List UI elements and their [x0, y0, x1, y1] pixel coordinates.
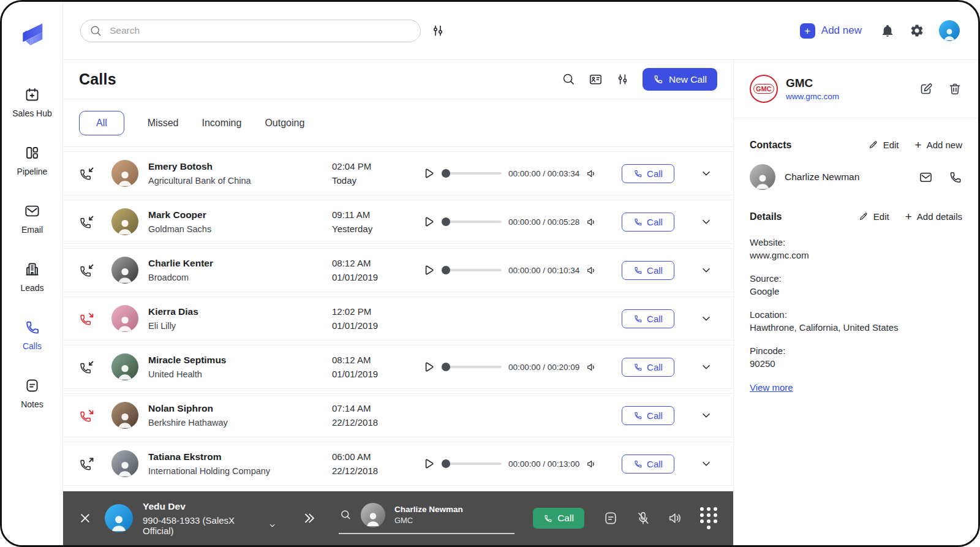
recording-player: 00:00:00 / 00:03:34	[421, 167, 616, 180]
edit-square-icon[interactable]	[919, 81, 933, 96]
chevron-down-icon[interactable]	[700, 216, 712, 228]
avatar	[111, 305, 138, 332]
tab-missed[interactable]: Missed	[148, 118, 179, 129]
sidebar-item-notes[interactable]: Notes	[21, 377, 43, 409]
details-section: Details Edit Add details Website: www.gm…	[734, 190, 978, 393]
recording-player: 00:00:00 / 00:13:00	[421, 457, 616, 470]
play-button[interactable]	[421, 263, 435, 277]
slider-knob[interactable]	[442, 459, 450, 468]
speaker-icon[interactable]	[586, 458, 598, 470]
new-call-button[interactable]: New Call	[643, 68, 717, 91]
slider-knob[interactable]	[442, 266, 450, 274]
playback-slider[interactable]	[443, 269, 502, 271]
call-button[interactable]: Call	[622, 309, 674, 328]
calls-tabs: All Missed Incoming Outgoing	[63, 99, 733, 147]
chevron-down-icon[interactable]	[700, 361, 712, 373]
chevron-down-icon[interactable]	[700, 264, 712, 276]
settings-gear-icon[interactable]	[910, 23, 924, 38]
call-row[interactable]: Kierra Dias Eli Lilly 12:02 PM 01/01/201…	[63, 296, 733, 341]
call-button[interactable]: Call	[622, 164, 674, 183]
playback-slider[interactable]	[443, 172, 502, 175]
tab-outgoing[interactable]: Outgoing	[265, 118, 304, 129]
edit-contacts-button[interactable]: Edit	[868, 140, 899, 150]
chevron-down-icon[interactable]	[700, 167, 712, 179]
edit-details-button[interactable]: Edit	[858, 211, 889, 222]
notifications-bell-icon[interactable]	[880, 23, 895, 38]
sidebar-item-leads[interactable]: Leads	[20, 261, 43, 293]
play-button[interactable]	[421, 360, 435, 374]
speaker-icon[interactable]	[586, 168, 598, 179]
chevron-down-icon[interactable]	[700, 312, 712, 325]
contact-row[interactable]: Charlize Newman	[750, 164, 962, 190]
tab-incoming[interactable]: Incoming	[202, 118, 241, 129]
play-button[interactable]	[421, 215, 435, 228]
call-row[interactable]: Emery Botosh Agricultural Bank of China …	[63, 151, 733, 195]
playback-time: 00:00:00 / 00:10:34	[508, 266, 579, 275]
speaker-icon[interactable]	[586, 265, 598, 276]
phone-icon	[633, 459, 643, 469]
pencil-icon	[858, 211, 869, 222]
trash-icon[interactable]	[948, 81, 962, 96]
app-logo[interactable]	[17, 19, 48, 51]
call-row[interactable]: Mark Cooper Goldman Sachs 09:11 AM Yeste…	[63, 200, 733, 244]
search-filter-icon[interactable]	[431, 23, 445, 38]
playback-slider[interactable]	[443, 221, 502, 223]
mic-muted-icon[interactable]	[635, 510, 651, 526]
sidebar-item-calls[interactable]: Calls	[23, 319, 42, 351]
call-row[interactable]: Miracle Septimus United Health 08:12 AM …	[63, 345, 733, 389]
call-button[interactable]: Call	[622, 261, 674, 280]
call-button[interactable]: Call	[622, 358, 674, 377]
call-row[interactable]: Charlie Kenter Broadcom 08:12 AM 01/01/2…	[63, 248, 733, 292]
chevron-down-icon[interactable]	[700, 409, 712, 421]
playback-slider[interactable]	[443, 366, 502, 368]
chevron-down-icon[interactable]	[700, 458, 712, 470]
slider-knob[interactable]	[442, 363, 450, 371]
play-button[interactable]	[421, 457, 435, 470]
slider-knob[interactable]	[442, 169, 450, 178]
slider-knob[interactable]	[442, 217, 450, 226]
caller-company: Goldman Sachs	[148, 224, 332, 234]
envelope-icon[interactable]	[919, 170, 933, 184]
search-icon[interactable]	[562, 72, 576, 86]
call-button[interactable]: Call	[622, 406, 674, 425]
caller-info: Emery Botosh Agricultural Bank of China	[148, 161, 332, 186]
speaker-icon[interactable]	[586, 361, 598, 373]
avatar	[111, 208, 138, 235]
dialpad-icon[interactable]	[700, 507, 717, 529]
add-new-button[interactable]: Add new	[796, 23, 865, 39]
play-button[interactable]	[421, 167, 435, 180]
caller-info: Mark Cooper Goldman Sachs	[148, 209, 332, 234]
double-chevron-icon[interactable]	[302, 511, 315, 525]
callee-search[interactable]: Charlize Newman GMC	[339, 503, 514, 534]
call-row[interactable]: Nolan Siphron Berkshire Hathaway 07:14 A…	[63, 393, 733, 437]
view-more-link[interactable]: View more	[750, 382, 793, 393]
speaker-icon[interactable]	[586, 216, 598, 228]
sidebar-nav: Sales Hub Pipeline Email Leads Calls Not…	[12, 86, 52, 409]
company-website-link[interactable]: www.gmc.com	[786, 92, 839, 101]
missed-call-icon	[79, 407, 96, 424]
call-button[interactable]: Call	[622, 213, 674, 232]
tab-all[interactable]: All	[79, 111, 124, 135]
caller-company: Broadcom	[148, 273, 332, 282]
detail-field-source: Source: Google	[750, 272, 962, 298]
agent-line-selector[interactable]: 990-458-1933 (SalesX Official)	[143, 515, 276, 536]
filter-sliders-icon[interactable]	[616, 72, 630, 86]
speaker-icon[interactable]	[668, 510, 684, 526]
phone-icon[interactable]	[948, 170, 962, 184]
caller-info: Tatiana Ekstrom International Holding Co…	[148, 451, 332, 476]
sidebar-item-pipeline[interactable]: Pipeline	[17, 145, 48, 176]
playback-slider[interactable]	[443, 462, 502, 465]
sidebar-item-sales-hub[interactable]: Sales Hub	[12, 86, 52, 118]
notes-icon[interactable]	[603, 510, 619, 526]
close-icon[interactable]	[79, 512, 91, 524]
global-search-input[interactable]	[108, 25, 412, 37]
user-avatar[interactable]	[939, 20, 960, 41]
add-contact-button[interactable]: Add new	[915, 139, 962, 151]
add-details-button[interactable]: Add details	[905, 211, 962, 222]
call-row[interactable]: Tatiana Ekstrom International Holding Co…	[63, 442, 733, 486]
phone-icon	[633, 314, 643, 323]
contact-card-icon[interactable]	[589, 72, 603, 86]
bar-call-button[interactable]: Call	[533, 508, 584, 529]
sidebar-item-email[interactable]: Email	[21, 203, 43, 235]
call-button[interactable]: Call	[622, 455, 674, 473]
